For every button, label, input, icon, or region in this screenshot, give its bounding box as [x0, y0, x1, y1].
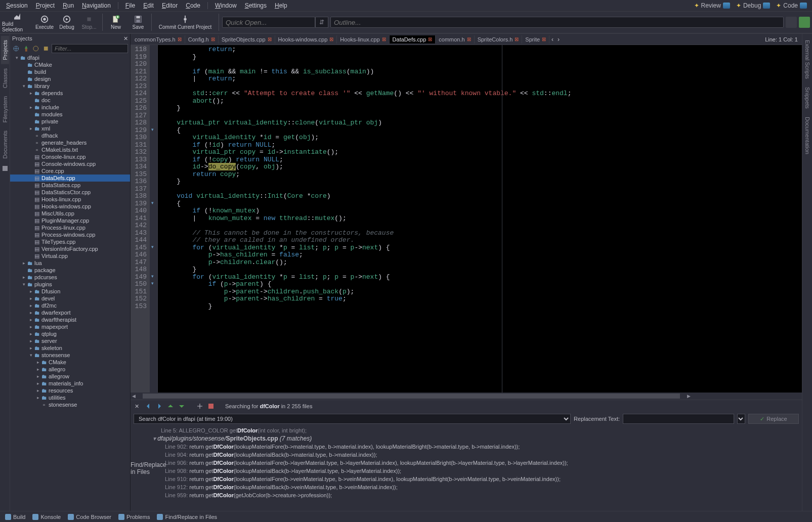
replace-button[interactable]: ✓ Replace — [748, 414, 799, 424]
result-file-header[interactable]: ▾ dfapi/plugins/stonesense/SpriteObjects… — [153, 434, 798, 443]
right-tab-external-scripts[interactable]: External Scripts — [803, 36, 811, 83]
status-find-replace-in-files[interactable]: Find/Replace in Files — [154, 513, 220, 521]
tab-close-icon[interactable]: ⊠ — [178, 36, 182, 42]
tab-close-icon[interactable]: ⊠ — [467, 36, 471, 42]
proj-tool-3-icon[interactable] — [32, 45, 40, 53]
expander-icon[interactable]: ▸ — [35, 367, 40, 372]
tree-pdcurses[interactable]: ▸🖿pdcurses — [10, 274, 130, 281]
tab-close-icon[interactable]: ⊠ — [542, 36, 546, 42]
editor-tab-hooks-linux-cpp[interactable]: Hooks-linux.cpp⊠ — [337, 35, 389, 44]
tree-tiletypes-cpp[interactable]: ▤TileTypes.cpp — [10, 238, 130, 245]
search-clear-icon[interactable] — [207, 402, 215, 410]
tree-dfhack[interactable]: ▫dfhack — [10, 132, 130, 139]
tree-dwarfexport[interactable]: ▸🖿dwarfexport — [10, 309, 130, 316]
tree-virtual-cpp[interactable]: ▤Virtual.cpp — [10, 252, 130, 259]
left-tab-projects[interactable]: Projects — [1, 36, 9, 64]
proj-tool-2-icon[interactable] — [22, 45, 30, 53]
result-line[interactable]: Line 912: return getDfColor(lookupMateri… — [153, 483, 798, 491]
tabs-scroll-left-icon[interactable]: ‹ — [549, 36, 555, 43]
result-line[interactable]: Line 959: return getDfColor(getJobColor(… — [153, 491, 798, 499]
editor-tab-commontypes-h[interactable]: commonTypes.h⊠ — [132, 35, 185, 44]
save-button[interactable]: Save — [128, 12, 148, 32]
expander-icon[interactable]: ▾ — [14, 55, 19, 60]
expander-icon[interactable]: ▸ — [28, 126, 33, 131]
menu-help[interactable]: Help — [271, 1, 291, 10]
left-tab-filesystem[interactable]: Filesystem — [1, 92, 9, 127]
code-content[interactable]: return; } if (main && main != this && is… — [158, 45, 802, 393]
fold-marker[interactable]: ▾ — [151, 281, 156, 286]
tree-hooks-windows-cpp[interactable]: ▤Hooks-windows.cpp — [10, 203, 130, 210]
status-build[interactable]: Build — [2, 513, 28, 521]
tree-build[interactable]: 🖿build — [10, 68, 130, 75]
editor-tab-datadefs-cpp[interactable]: DataDefs.cpp⊠ — [390, 35, 436, 44]
quick-open-input[interactable] — [222, 17, 315, 28]
menu-file[interactable]: File — [121, 1, 139, 10]
tree-console-linux-cpp[interactable]: ▤Console-linux.cpp — [10, 153, 130, 160]
tree-library[interactable]: ▾🖿library — [10, 82, 130, 90]
tree-dfusion[interactable]: ▸🖿Dfusion — [10, 288, 130, 295]
quick-open-dropdown[interactable]: ⇵ — [315, 17, 328, 28]
expander-icon[interactable]: ▸ — [35, 381, 40, 386]
search-close-icon[interactable]: ✕ — [133, 403, 141, 410]
tree-df2mc[interactable]: ▸🖿df2mc — [10, 302, 130, 309]
expander-icon[interactable]: ▸ — [28, 91, 33, 96]
execute-button[interactable]: Execute — [34, 12, 55, 32]
tree-modules[interactable]: 🖿modules — [10, 111, 130, 118]
status-code-browser[interactable]: Code Browser — [65, 513, 114, 521]
left-rail-icon[interactable] — [2, 165, 9, 172]
menu-project[interactable]: Project — [32, 1, 59, 10]
tree-utilities[interactable]: ▸🖿utilities — [10, 394, 130, 401]
replacement-history[interactable] — [737, 414, 745, 424]
tree-stonesense[interactable]: ▫stonesense — [10, 401, 130, 408]
tree-materials-info[interactable]: ▸🖿materials_info — [10, 380, 130, 387]
expander-icon[interactable]: ▸ — [21, 275, 26, 280]
tree-generate-headers[interactable]: ▫generate_headers — [10, 139, 130, 146]
status-konsole[interactable]: Konsole — [29, 513, 64, 521]
tree-private[interactable]: 🖿private — [10, 118, 130, 125]
tree-process-windows-cpp[interactable]: ▤Process-windows.cpp — [10, 231, 130, 238]
expander-icon[interactable]: ▸ — [35, 360, 40, 365]
tree-process-linux-cpp[interactable]: ▤Process-linux.cpp — [10, 224, 130, 231]
expander-icon[interactable]: ▸ — [35, 374, 40, 379]
tree-hooks-linux-cpp[interactable]: ▤Hooks-linux.cpp — [10, 196, 130, 203]
tree-resources[interactable]: ▸🖿resources — [10, 387, 130, 394]
commit-project-button[interactable]: Commit Current Project — [155, 12, 216, 32]
debug-button[interactable]: Debug — [57, 12, 77, 32]
tab-close-icon[interactable]: ⊠ — [268, 36, 272, 42]
tree-cmakelists-txt[interactable]: ▫CMakeLists.txt — [10, 146, 130, 153]
tree-dwarftherapist[interactable]: ▸🖿dwarftherapist — [10, 316, 130, 323]
expander-icon[interactable]: ▸ — [28, 310, 33, 315]
editor-horizontal-scrollbar[interactable]: ◀ ▶ — [131, 393, 802, 400]
tree-skeleton[interactable]: ▸🖿skeleton — [10, 344, 130, 352]
fold-marker[interactable]: ▾ — [151, 200, 156, 205]
tree-versioninfofactory-cpp[interactable]: ▤VersionInfoFactory.cpp — [10, 245, 130, 252]
tree-cmake[interactable]: 🖿CMake — [10, 61, 130, 68]
new-button[interactable]: New — [106, 12, 126, 32]
tree-allegrow[interactable]: ▸🖿allegrow — [10, 373, 130, 380]
tab-close-icon[interactable]: ⊠ — [515, 36, 519, 42]
tree-datastaticsctor-cpp[interactable]: ▤DataStaticsCtor.cpp — [10, 189, 130, 196]
fold-marker[interactable]: ▾ — [151, 244, 156, 249]
search-results[interactable]: Line 5: ALLEGRO_COLOR getDfColor(int col… — [139, 425, 802, 511]
tab-close-icon[interactable]: ⊠ — [329, 36, 333, 42]
search-prev-icon[interactable] — [144, 402, 152, 410]
menu-run[interactable]: Run — [59, 1, 78, 10]
left-tab-documents[interactable]: Documents — [1, 126, 9, 163]
tabs-scroll-right-icon[interactable]: › — [555, 36, 562, 43]
code-button[interactable]: ✦Code — [773, 1, 810, 10]
nav-icon[interactable] — [786, 17, 797, 28]
tree-allegro[interactable]: ▸🖿allegro — [10, 366, 130, 373]
tree-xml[interactable]: ▸🖿xml — [10, 125, 130, 132]
result-line[interactable]: Line 910: return getDfColor(lookupMateri… — [153, 475, 798, 483]
expander-icon[interactable]: ▸ — [28, 289, 33, 294]
tree-include[interactable]: ▸🖿include — [10, 104, 130, 111]
tree-core-cpp[interactable]: ▤Core.cpp — [10, 167, 130, 175]
result-line[interactable]: Line 5: ALLEGRO_COLOR getDfColor(int col… — [153, 426, 798, 434]
result-line[interactable]: Line 902: return getDfColor(lookupMateri… — [153, 443, 798, 451]
menu-settings[interactable]: Settings — [241, 1, 271, 10]
tree-package[interactable]: 🖿package — [10, 267, 130, 274]
editor-tab-spriteobjects-cpp[interactable]: SpriteObjects.cpp⊠ — [219, 35, 275, 44]
editor-tab-hooks-windows-cpp[interactable]: Hooks-windows.cpp⊠ — [275, 35, 337, 44]
expander-icon[interactable]: ▾ — [21, 282, 26, 287]
editor-tab-spritecolors-h[interactable]: SpriteColors.h⊠ — [475, 35, 523, 44]
